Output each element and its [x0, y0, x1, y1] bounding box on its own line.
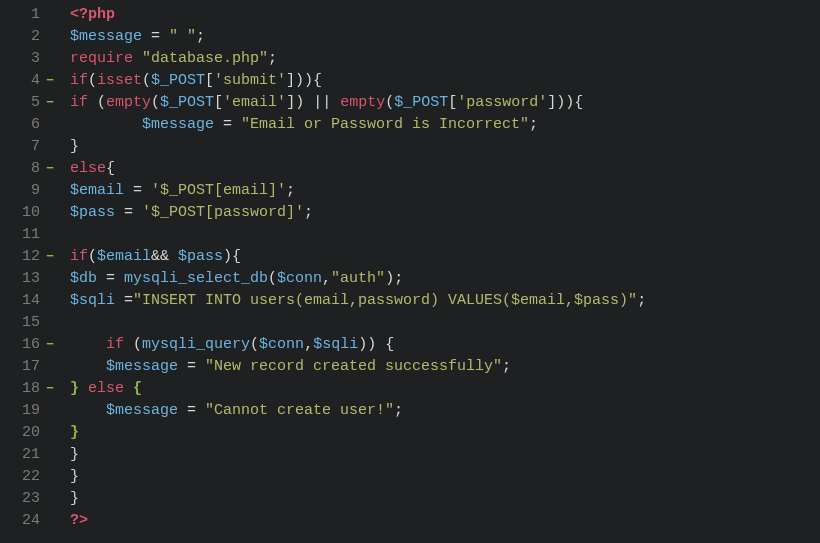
- code-line[interactable]: $message = "Email or Password is Incorre…: [70, 114, 646, 136]
- token-var: $sqli: [313, 336, 358, 353]
- token-punc: );: [385, 270, 403, 287]
- token-str: "auth": [331, 270, 385, 287]
- token-punc: {: [106, 160, 115, 177]
- code-area[interactable]: <?php$message = " ";require "database.ph…: [52, 4, 646, 532]
- line-number: 14: [0, 290, 48, 312]
- code-line[interactable]: if (empty($_POST['email']) || empty($_PO…: [70, 92, 646, 114]
- code-line[interactable]: $db = mysqli_select_db($conn,"auth");: [70, 268, 646, 290]
- token-op: =: [115, 292, 133, 309]
- token-var: $message: [106, 358, 178, 375]
- token-str: " ": [169, 28, 196, 45]
- code-line[interactable]: require "database.php";: [70, 48, 646, 70]
- fold-icon[interactable]: −: [46, 378, 54, 400]
- code-line[interactable]: [70, 312, 646, 334]
- token-op: =: [142, 28, 169, 45]
- line-number: 8−: [0, 158, 48, 180]
- code-line[interactable]: }: [70, 422, 646, 444]
- code-line[interactable]: } else {: [70, 378, 646, 400]
- token-str: 'email': [223, 94, 286, 111]
- token-punc: (: [268, 270, 277, 287]
- code-line[interactable]: $pass = '$_POST[password]';: [70, 202, 646, 224]
- line-number: 2: [0, 26, 48, 48]
- code-line[interactable]: $sqli ="INSERT INTO users(email,password…: [70, 290, 646, 312]
- token-punc: ;: [286, 182, 295, 199]
- code-editor[interactable]: 1234−5−678−9101112−13141516−1718−1920212…: [0, 4, 820, 532]
- line-number: 13: [0, 268, 48, 290]
- code-line[interactable]: ?>: [70, 510, 646, 532]
- line-number: 10: [0, 202, 48, 224]
- token-punc: }: [70, 446, 79, 463]
- token-op: [79, 380, 88, 397]
- token-punc: ])){: [547, 94, 583, 111]
- code-line[interactable]: if($email&& $pass){: [70, 246, 646, 268]
- token-var: $message: [106, 402, 178, 419]
- token-punc: ;: [304, 204, 313, 221]
- line-number: 1: [0, 4, 48, 26]
- token-kw: if: [70, 94, 88, 111]
- fold-icon[interactable]: −: [46, 334, 54, 356]
- token-op: &&: [151, 248, 178, 265]
- token-punc: ,: [322, 270, 331, 287]
- code-line[interactable]: $message = "Cannot create user!";: [70, 400, 646, 422]
- fold-icon[interactable]: −: [46, 246, 54, 268]
- code-line[interactable]: $message = " ";: [70, 26, 646, 48]
- token-fn: mysqli_select_db: [124, 270, 268, 287]
- fold-icon[interactable]: −: [46, 70, 54, 92]
- token-str: "INSERT INTO users(email,password) VALUE…: [133, 292, 637, 309]
- token-var: $pass: [70, 204, 115, 221]
- token-kw: empty: [106, 94, 151, 111]
- code-line[interactable]: if (mysqli_query($conn,$sqli)) {: [70, 334, 646, 356]
- token-str: 'password': [457, 94, 547, 111]
- token-str: '$_POST[email]': [151, 182, 286, 199]
- token-var: $email: [70, 182, 124, 199]
- code-line[interactable]: $message = "New record created successfu…: [70, 356, 646, 378]
- fold-icon[interactable]: −: [46, 158, 54, 180]
- token-kw: if: [106, 336, 124, 353]
- token-kw: if: [70, 72, 88, 89]
- line-number: 19: [0, 400, 48, 422]
- token-op: =: [124, 182, 151, 199]
- token-punc: [: [214, 94, 223, 111]
- code-line[interactable]: else{: [70, 158, 646, 180]
- token-kw: isset: [97, 72, 142, 89]
- token-punc: ;: [502, 358, 511, 375]
- token-var: $email: [97, 248, 151, 265]
- line-number: 22: [0, 466, 48, 488]
- code-line[interactable]: $email = '$_POST[email]';: [70, 180, 646, 202]
- token-punc: }: [70, 490, 79, 507]
- line-number: 6: [0, 114, 48, 136]
- token-punc: (: [133, 336, 142, 353]
- line-number: 15: [0, 312, 48, 334]
- code-line[interactable]: }: [70, 136, 646, 158]
- code-line[interactable]: [70, 224, 646, 246]
- line-number: 21: [0, 444, 48, 466]
- token-punc: ;: [196, 28, 205, 45]
- token-punc: ]) ||: [286, 94, 340, 111]
- line-number: 3: [0, 48, 48, 70]
- code-line[interactable]: }: [70, 444, 646, 466]
- fold-icon[interactable]: −: [46, 92, 54, 114]
- token-op: =: [178, 358, 205, 375]
- token-punc: )) {: [358, 336, 394, 353]
- token-op: =: [115, 204, 142, 221]
- line-number: 16−: [0, 334, 48, 356]
- token-punc: (: [88, 72, 97, 89]
- code-line[interactable]: <?php: [70, 4, 646, 26]
- line-number: 5−: [0, 92, 48, 114]
- token-str: "Cannot create user!": [205, 402, 394, 419]
- line-number: 18−: [0, 378, 48, 400]
- token-var: $message: [70, 28, 142, 45]
- token-var: $_POST: [394, 94, 448, 111]
- code-line[interactable]: if(isset($_POST['submit'])){: [70, 70, 646, 92]
- code-line[interactable]: }: [70, 466, 646, 488]
- token-tag: ?>: [70, 512, 88, 529]
- code-line[interactable]: }: [70, 488, 646, 510]
- token-punc: ;: [394, 402, 403, 419]
- token-op: [124, 336, 133, 353]
- token-var: $db: [70, 270, 97, 287]
- token-str: '$_POST[password]': [142, 204, 304, 221]
- token-punc: [: [448, 94, 457, 111]
- token-punc: (: [88, 248, 97, 265]
- line-number: 9: [0, 180, 48, 202]
- token-punc: (: [142, 72, 151, 89]
